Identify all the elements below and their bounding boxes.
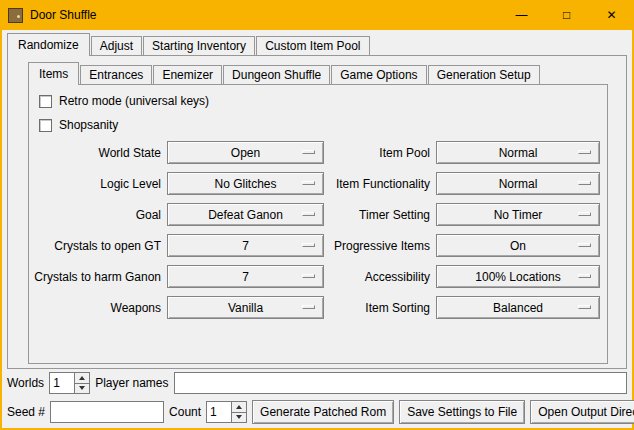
dropdown-value: No Timer xyxy=(494,208,543,222)
worlds-label: Worlds xyxy=(7,376,44,390)
item-pool-dropdown[interactable]: Normal xyxy=(436,141,600,164)
tab-label: Enemizer xyxy=(162,68,213,82)
dropdown-value: Open xyxy=(231,146,260,160)
tab-randomize[interactable]: Randomize xyxy=(7,33,90,56)
dropdown-indicator-icon xyxy=(578,274,591,278)
option-label-weapons: Weapons xyxy=(111,301,161,315)
generate-patched-rom-button[interactable]: Generate Patched Rom xyxy=(252,400,394,424)
tab-label: Custom Item Pool xyxy=(265,39,360,53)
maximize-icon: □ xyxy=(563,8,570,22)
dropdown-value: Balanced xyxy=(493,301,543,315)
spin-up-icon xyxy=(79,376,85,380)
tab-dungeon-shuffle[interactable]: Dungeon Shuffle xyxy=(223,65,330,84)
count-spin-down-button[interactable] xyxy=(232,412,246,423)
dropdown-indicator-icon xyxy=(302,274,315,278)
dropdown-indicator-icon xyxy=(302,181,315,185)
seed-input[interactable] xyxy=(50,401,164,423)
crystals-harm-ganon-dropdown[interactable]: 7 xyxy=(167,265,324,288)
tab-label: Adjust xyxy=(100,39,133,53)
retro-mode-checkbox-row[interactable]: Retro mode (universal keys) xyxy=(39,93,607,109)
dropdown-value: 100% Locations xyxy=(475,270,560,284)
option-label-item-functionality: Item Functionality xyxy=(336,177,430,191)
shopsanity-checkbox[interactable] xyxy=(39,119,52,132)
tab-label: Generation Setup xyxy=(437,68,531,82)
option-label-crystals-ganon: Crystals to harm Ganon xyxy=(34,270,161,284)
option-label-timer-setting: Timer Setting xyxy=(359,208,430,222)
worlds-spin-arrows xyxy=(74,373,89,393)
sub-tabbar: Items Entrances Enemizer Dungeon Shuffle… xyxy=(28,62,608,84)
app-window: Door Shuffle — □ ✕ Randomize Adjust Star… xyxy=(0,0,634,430)
count-spinner xyxy=(206,401,247,423)
shopsanity-checkbox-row[interactable]: Shopsanity xyxy=(39,117,607,133)
tab-label: Game Options xyxy=(340,68,417,82)
option-label-item-pool: Item Pool xyxy=(379,146,430,160)
player-names-label: Player names xyxy=(95,376,168,390)
dropdown-value: 7 xyxy=(242,270,249,284)
spin-down-icon xyxy=(236,415,242,419)
count-input[interactable] xyxy=(207,402,231,422)
tab-entrances[interactable]: Entrances xyxy=(80,65,152,84)
dropdown-value: Vanilla xyxy=(228,301,263,315)
main-tabbar: Randomize Adjust Starting Inventory Cust… xyxy=(7,33,627,55)
save-settings-button[interactable]: Save Settings to File xyxy=(399,400,525,424)
main-notebook: Randomize Adjust Starting Inventory Cust… xyxy=(7,33,627,369)
crystals-open-gt-dropdown[interactable]: 7 xyxy=(167,234,324,257)
checkbox-label: Shopsanity xyxy=(59,118,118,132)
randomize-panel: Items Entrances Enemizer Dungeon Shuffle… xyxy=(7,55,627,369)
accessibility-dropdown[interactable]: 100% Locations xyxy=(436,265,600,288)
weapons-dropdown[interactable]: Vanilla xyxy=(167,296,324,319)
retro-mode-checkbox[interactable] xyxy=(39,95,52,108)
item-functionality-dropdown[interactable]: Normal xyxy=(436,172,600,195)
close-button[interactable]: ✕ xyxy=(589,0,634,30)
app-icon xyxy=(8,8,23,23)
checkbox-label: Retro mode (universal keys) xyxy=(59,94,209,108)
worlds-input[interactable] xyxy=(50,373,74,393)
tab-game-options[interactable]: Game Options xyxy=(331,65,426,84)
dropdown-value: 7 xyxy=(242,239,249,253)
seed-row: Seed # Count Generate Patched Rom Save S… xyxy=(7,400,627,424)
count-spin-up-button[interactable] xyxy=(232,402,246,412)
player-names-input[interactable] xyxy=(174,372,628,394)
tab-label: Entrances xyxy=(89,68,143,82)
open-output-directory-button[interactable]: Open Output Directory xyxy=(530,400,634,424)
world-state-dropdown[interactable]: Open xyxy=(167,141,324,164)
worlds-row: Worlds Player names xyxy=(7,372,627,394)
option-label-goal: Goal xyxy=(136,208,161,222)
count-spin-arrows xyxy=(231,402,246,422)
tab-custom-item-pool[interactable]: Custom Item Pool xyxy=(256,36,369,55)
worlds-spinner xyxy=(49,372,90,394)
bottom-bar: Worlds Player names Seed # Count xyxy=(7,372,627,424)
timer-setting-dropdown[interactable]: No Timer xyxy=(436,203,600,226)
tab-items[interactable]: Items xyxy=(28,62,79,85)
worlds-spin-down-button[interactable] xyxy=(75,383,89,394)
sub-notebook: Items Entrances Enemizer Dungeon Shuffle… xyxy=(28,62,608,364)
option-label-progressive-items: Progressive Items xyxy=(334,239,430,253)
window-content: Randomize Adjust Starting Inventory Cust… xyxy=(2,30,632,428)
title-bar: Door Shuffle — □ ✕ xyxy=(0,0,634,30)
maximize-button[interactable]: □ xyxy=(544,0,589,30)
progressive-items-dropdown[interactable]: On xyxy=(436,234,600,257)
tab-enemizer[interactable]: Enemizer xyxy=(153,65,222,84)
dropdown-value: Normal xyxy=(499,177,538,191)
option-label-logic-level: Logic Level xyxy=(100,177,161,191)
logic-level-dropdown[interactable]: No Glitches xyxy=(167,172,324,195)
spin-up-icon xyxy=(236,405,242,409)
seed-label: Seed # xyxy=(7,405,45,419)
tab-generation-setup[interactable]: Generation Setup xyxy=(428,65,540,84)
tab-label: Items xyxy=(39,67,68,81)
tab-adjust[interactable]: Adjust xyxy=(91,36,142,55)
dropdown-indicator-icon xyxy=(578,181,591,185)
tab-starting-inventory[interactable]: Starting Inventory xyxy=(143,36,255,55)
worlds-spin-up-button[interactable] xyxy=(75,373,89,383)
item-sorting-dropdown[interactable]: Balanced xyxy=(436,296,600,319)
dropdown-value: Normal xyxy=(499,146,538,160)
dropdown-indicator-icon xyxy=(302,212,315,216)
close-icon: ✕ xyxy=(606,8,616,22)
goal-dropdown[interactable]: Defeat Ganon xyxy=(167,203,324,226)
dropdown-indicator-icon xyxy=(302,150,315,154)
dropdown-indicator-icon xyxy=(302,243,315,247)
caption-buttons: — □ ✕ xyxy=(499,0,634,30)
dropdown-indicator-icon xyxy=(578,243,591,247)
dropdown-indicator-icon xyxy=(578,212,591,216)
minimize-button[interactable]: — xyxy=(499,0,544,30)
